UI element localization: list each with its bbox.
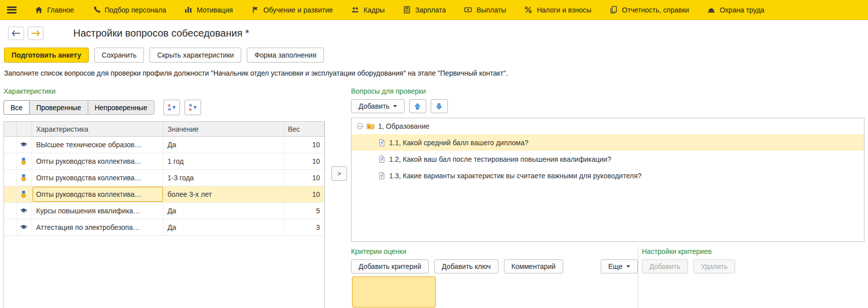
menu-item-training[interactable]: Обучение и развитие [251,6,333,14]
menu-item-label: Выплаты [476,6,506,14]
menu-item-motivation[interactable]: Мотивация [184,6,233,14]
menu-item-safety[interactable]: Охрана труда [707,6,764,14]
characteristic-value: более 3-х лет [163,186,284,202]
menu-item-recruiting[interactable]: Подбор персонала [92,6,166,14]
criteria-selected-row[interactable] [352,276,436,307]
criteria-settings-title: Настройки критериев [642,247,712,255]
characteristic-weight: 10 [284,186,324,202]
medal-icon [17,186,32,202]
chevron-down-icon [393,105,397,107]
characteristic-weight: 10 [284,153,324,169]
medal-icon [17,153,32,169]
filter-unchecked-button[interactable]: Непроверенные [88,100,154,115]
arrow-down-icon [435,103,443,110]
collapse-icon[interactable] [357,123,363,129]
move-right-button[interactable]: > [331,166,347,181]
form-description: Заполните список вопросов для проверки п… [0,63,868,77]
menu-item-salary[interactable]: Зарплата [403,6,446,14]
menu-item-payments[interactable]: Выплаты [464,6,506,14]
comment-button[interactable]: Комментарий [504,259,563,273]
characteristic-weight: 5 [284,203,324,219]
menu-item-label: Зарплата [415,6,446,14]
characteristic-weight: 3 [284,219,324,235]
folder-icon [367,122,375,130]
menu-item-label: Кадры [364,6,385,14]
table-row[interactable]: Опты руководства коллектива… 1-3 года 10 [4,170,324,186]
svg-text:?: ? [381,157,383,162]
hide-characteristics-button[interactable]: Скрыть характеристики [149,48,241,63]
characteristics-panel: Характеристики Все Проверенные Непровере… [4,87,325,308]
arrow-up-icon [414,103,421,110]
question-group-row[interactable]: 1, Образование [352,118,864,134]
filter-all-button[interactable]: Все [4,100,30,115]
characteristics-filter-bar: Все Проверенные Непроверенные АЯ ЯА [4,100,325,115]
questions-toolbar: Добавить [351,99,865,113]
characteristic-name: Опты руководства коллектива… [32,170,163,186]
documents-icon [609,6,618,14]
calculator-icon [403,6,411,14]
menu-item-label: Охрана труда [720,6,764,14]
settings-delete-button[interactable]: Удалить [693,259,735,273]
characteristic-weight: 10 [284,137,324,153]
form-toolbar: Подготовить анкету Сохранить Скрыть хара… [0,40,868,63]
menu-item-reports[interactable]: Отчетность, справки [609,6,689,14]
sort-descending-icon: ЯА [189,104,192,112]
header-name: Характеристика [32,122,163,136]
flag-icon [251,6,259,14]
sort-ascending-button[interactable]: АЯ [163,100,180,115]
questions-title: Вопросы для проверки [351,87,865,95]
characteristic-name: Аттестация по электробезопа… [32,219,163,235]
add-question-button[interactable]: Добавить [351,99,405,113]
percent-icon [524,6,533,14]
menu-item-label: Подбор персонала [105,6,166,14]
home-icon [35,6,43,14]
header-selector-cell [4,122,17,136]
header-icon-cell [17,122,32,136]
menu-item-taxes[interactable]: Налоги и взносы [524,6,591,14]
table-row[interactable]: ВЫсшее техническое образов… Да 10 [4,137,324,153]
bar-chart-icon [184,6,193,14]
hamburger-menu-icon[interactable] [7,7,17,14]
add-key-button[interactable]: Добавить ключ [434,259,498,273]
question-text: 1.2, Какой ваш бал после тестирования по… [389,155,611,163]
fill-form-button[interactable]: Форма заполнения [247,48,324,63]
characteristics-title: Характеристики [4,87,325,95]
criteria-toolbar: Добавить критерий Добавить ключ Коммента… [351,259,563,273]
questions-panel: Вопросы для проверки Добавить 1, Образов… [351,87,865,308]
question-row[interactable]: ? 1.3, Какие варианты характеристик вы с… [352,167,864,184]
question-row-selected[interactable]: ? 1.1, Какой средний балл вашего диплома… [352,134,864,151]
settings-add-button[interactable]: Добавить [642,259,688,273]
menu-item-staff[interactable]: Кадры [351,6,385,14]
question-row[interactable]: ? 1.2, Какой ваш бал после тестирования … [352,151,864,167]
sort-descending-button[interactable]: ЯА [185,100,201,115]
header-value: Значение [163,122,284,136]
menu-item-label: Отчетность, справки [622,6,689,14]
table-row[interactable]: Опты руководства коллектива… 1 год 10 [4,153,324,170]
main-menu-bar: Главное Подбор персонала Мотивация Обуче… [0,0,868,20]
back-button[interactable] [8,27,24,40]
question-doc-icon: ? [378,139,386,147]
criteria-settings-toolbar: Добавить Удалить [642,259,735,273]
filter-checked-button[interactable]: Проверенные [29,100,88,115]
save-button[interactable]: Сохранить [94,48,144,63]
characteristic-value: 1-3 года [163,170,284,186]
question-doc-icon: ? [378,172,386,180]
characteristic-name: ВЫсшее техническое образов… [32,137,163,153]
hardhat-icon [707,6,716,14]
move-up-button[interactable] [409,99,426,113]
table-row-selected[interactable]: Опты руководства коллектива… более 3-х л… [4,186,324,203]
more-button[interactable]: Еще [601,259,638,273]
navigation-row: Настройки вопросов собеседования * [0,20,868,40]
table-row[interactable]: Курсы повышения квалифика… Да 5 [4,203,324,219]
menu-item-main[interactable]: Главное [35,6,74,14]
menu-item-label: Налоги и взносы [537,6,591,14]
sort-ascending-icon: АЯ [168,104,171,112]
table-row[interactable]: Аттестация по электробезопа… Да 3 [4,219,324,236]
chevron-down-icon [626,265,630,267]
prepare-questionnaire-button[interactable]: Подготовить анкету [4,48,89,63]
forward-button[interactable] [28,27,44,40]
add-criterion-button[interactable]: Добавить критерий [351,259,429,273]
characteristic-value: 1 год [163,153,284,169]
banknote-icon [464,6,472,14]
move-down-button[interactable] [431,99,448,113]
